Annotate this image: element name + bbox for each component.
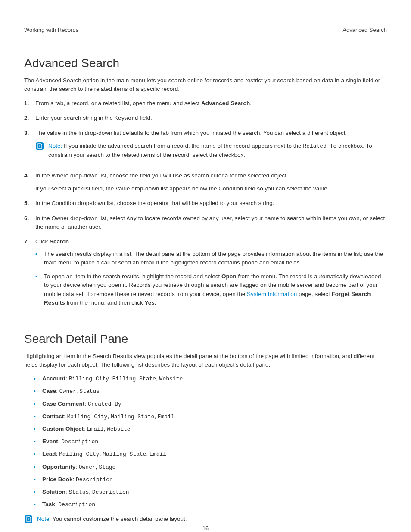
note-text: Note: You cannot customize the search de… — [37, 515, 387, 523]
step-5-text: In the Condition drop-down list, choose … — [35, 199, 387, 208]
step-6-text: In the Owner drop-down list, select Any … — [35, 214, 387, 232]
note-text: Note: If you initiate the advanced searc… — [48, 142, 387, 159]
detail-pane-list: Account: Billing City, Billing State, We… — [34, 375, 387, 509]
step-7-bullet-1: The search results display in a list. Th… — [44, 250, 387, 268]
step-7-text: Click Search. The search results display… — [35, 237, 387, 312]
step-4-text: In the Where drop-down list, choose the … — [35, 171, 387, 193]
step-1-text: From a tab, a record, or a related list,… — [35, 99, 387, 108]
step-number: 1. — [24, 99, 35, 108]
header-right: Advanced Search — [342, 27, 387, 33]
section-title-advanced-search: Advanced Search — [24, 56, 387, 70]
step-3-text: The value in the In drop-down list defau… — [35, 129, 387, 165]
step-7-bullet-2: To open an item in the search results, h… — [44, 272, 387, 307]
step-number: 6. — [24, 214, 35, 232]
step-number: 4. — [24, 171, 35, 193]
svg-rect-1 — [25, 515, 32, 523]
note-icon — [24, 515, 34, 523]
system-information-link[interactable]: System Information — [247, 291, 297, 297]
search-detail-intro: Highlighting an item in the Search Resul… — [24, 352, 387, 369]
step-2-text: Enter your search string in the Keyword … — [35, 114, 387, 123]
section-title-search-detail-pane: Search Detail Pane — [24, 332, 387, 346]
step-number: 2. — [24, 114, 35, 123]
step-number: 7. — [24, 237, 35, 312]
advanced-search-intro: The Advanced Search option in the main m… — [24, 76, 387, 93]
header-left: Working with Records — [24, 27, 78, 33]
step-number: 5. — [24, 199, 35, 208]
page-number: 16 — [0, 525, 411, 532]
note-icon — [35, 142, 45, 150]
svg-rect-0 — [36, 142, 44, 150]
step-number: 3. — [24, 129, 35, 165]
